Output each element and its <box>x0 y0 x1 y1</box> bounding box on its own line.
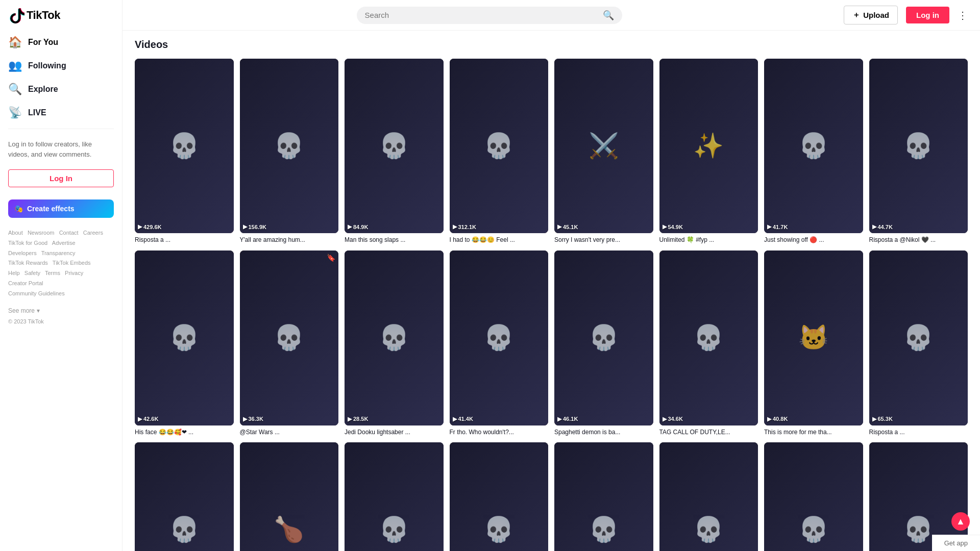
scroll-top-button[interactable]: ▲ <box>951 512 970 531</box>
search-bar[interactable]: 🔍 <box>357 7 622 24</box>
login-button[interactable]: Log In <box>8 169 114 187</box>
following-icon: 👥 <box>8 59 22 72</box>
view-count: ▶ 44.7K <box>872 223 893 230</box>
video-thumb-icon: 💀 <box>169 515 200 544</box>
copyright: © 2023 TikTok <box>0 316 122 327</box>
sidebar-item-live[interactable]: 📡 LIVE <box>0 101 122 124</box>
logo-text: TikTok <box>27 9 60 22</box>
video-card[interactable]: "Star Wars is amazing!"💀▶ 38.7KFor the E… <box>450 442 549 551</box>
view-count: ▶ 312.1K <box>453 223 476 230</box>
play-icon: ▶ <box>872 416 876 422</box>
divider <box>8 129 114 129</box>
video-card[interactable]: Vogliamo sentire sto bolognese 💕💀▶ 75.7K… <box>764 442 863 551</box>
video-caption: Just showing off 🔴 ... <box>764 236 863 244</box>
video-thumb-icon: 💀 <box>379 515 409 544</box>
video-card[interactable]: quando fai il tuo rivale?💀▶ 60.1KRispost… <box>135 442 234 551</box>
view-count: ▶ 42.6K <box>138 416 158 422</box>
video-caption: His face 😂😂🥰❤ ... <box>135 429 234 437</box>
video-card[interactable]: my coreChicken🍗▶ 72.8K#CapCut Loki and I… <box>240 442 339 551</box>
video-card[interactable]: 💀▶ 41.7KJust showing off 🔴 ... <box>764 59 863 244</box>
video-caption: Unlimited 🍀 #fyp ... <box>659 236 758 244</box>
video-card[interactable]: @Call of Duty if you don't make this man… <box>135 59 234 244</box>
video-card[interactable]: INQUISITOR GHOST💀▶ 34.6KTAG CALL OF DUTY… <box>659 251 758 436</box>
video-card[interactable]: Me when Call of Duty makes me a Ghost sk… <box>240 251 339 436</box>
video-caption: Fr tho. Who wouldn't?... <box>450 429 549 437</box>
upload-button[interactable]: ＋ Upload <box>844 6 898 24</box>
topbar-right: ＋ Upload Log in ⋮ <box>844 6 968 24</box>
video-thumb-icon: 💀 <box>589 515 619 544</box>
video-caption: I had to 😂😂😊 Feel ... <box>450 236 549 244</box>
video-thumb-icon: 💀 <box>693 515 724 544</box>
video-thumb-icon: 💀 <box>274 323 304 352</box>
search-input[interactable] <box>365 11 599 19</box>
video-card[interactable]: POV: this is your daily dose of goofy In… <box>345 59 444 244</box>
play-icon: ▶ <box>243 223 247 230</box>
sidebar: TikTok 🏠 For You 👥 Following 🔍 Explore 📡… <box>0 0 122 551</box>
view-count: ▶ 84.9K <box>348 223 368 230</box>
video-caption: TAG CALL OF DUTY,LE... <box>659 429 758 437</box>
video-thumb-icon: 💀 <box>903 515 934 544</box>
video-card[interactable]: 💀▶ 28.5KJedi Dooku lightsaber ... <box>345 251 444 436</box>
view-count: ▶ 36.3K <box>243 416 263 422</box>
video-card[interactable]: 💀▶ 312.1KI had to 😂😂😊 Feel ... <box>450 59 549 244</box>
video-caption: Y'all are amazing hum... <box>240 236 339 244</box>
video-caption: Man this song slaps ... <box>345 236 444 244</box>
play-icon: ▶ <box>243 416 247 422</box>
view-count: ▶ 156.9K <box>243 223 266 230</box>
sidebar-item-label: Explore <box>28 85 58 94</box>
video-thumb-icon: 💀 <box>169 132 200 160</box>
view-count: ▶ 45.1K <box>557 223 578 230</box>
play-icon: ▶ <box>557 223 561 230</box>
video-card[interactable]: 🐱▶ 40.8KThis is more for me tha... <box>764 251 863 436</box>
video-thumb-icon: 💀 <box>483 132 514 160</box>
video-caption: Jedi Dooku lightsaber ... <box>345 429 444 437</box>
sidebar-item-label: For You <box>28 38 58 47</box>
video-thumb-icon: 🐱 <box>798 323 829 352</box>
video-thumb-icon: 💀 <box>483 515 514 544</box>
view-count: ▶ 41.7K <box>767 223 788 230</box>
more-options-icon[interactable]: ⋮ <box>958 9 968 21</box>
view-count: ▶ 28.5K <box>348 416 368 422</box>
create-effects-button[interactable]: 🎭 Create effects <box>8 199 114 218</box>
video-card[interactable]: MA SEI ITALIANO? TI PREGO💀▶ 332.2KRispos… <box>554 442 653 551</box>
login-top-button[interactable]: Log in <box>906 7 949 23</box>
video-thumb-icon: 💀 <box>798 515 829 544</box>
video-card[interactable]: INQUISITOR GHOST 🔥 REVIEWS: ROTS Anakin'… <box>554 59 653 244</box>
video-card[interactable]: POV: you literally exist💀▶ 156.9KY'all a… <box>240 59 339 244</box>
sidebar-item-explore[interactable]: 🔍 Explore <box>0 78 122 101</box>
video-thumb-icon: 🍗 <box>274 515 304 544</box>
video-card[interactable]: Hey wanna eat some lasagnas and talk abo… <box>450 251 549 436</box>
play-icon: ▶ <box>348 416 352 422</box>
video-card[interactable]: 💀▶ 57.9KVibing with da spaghet... <box>345 442 444 551</box>
sidebar-item-for-you[interactable]: 🏠 For You <box>0 31 122 54</box>
see-more-button[interactable]: See more ▾ <box>0 305 122 316</box>
video-caption: Spaghetti demon is ba... <box>554 429 653 437</box>
view-count: ▶ 65.3K <box>872 416 893 422</box>
video-card[interactable]: POV: you broke in half spaghetti in fron… <box>554 251 653 436</box>
search-icon[interactable]: 🔍 <box>603 10 614 21</box>
video-card[interactable]: ✨▶ 54.9KUnlimited 🍀 #fyp ... <box>659 59 758 244</box>
video-thumb-icon: 💀 <box>589 323 619 352</box>
sidebar-item-following[interactable]: 👥 Following <box>0 54 122 78</box>
video-card[interactable]: POV: Loki finally agreed to join the Emp… <box>135 251 234 436</box>
video-thumb-icon: 💀 <box>903 323 934 352</box>
video-thumb-icon: ✨ <box>693 132 724 160</box>
play-icon: ▶ <box>138 416 142 422</box>
section-title: Videos <box>135 39 968 51</box>
view-count: ▶ 54.9K <box>663 223 683 230</box>
main-nav: 🏠 For You 👥 Following 🔍 Explore 📡 LIVE <box>0 31 122 124</box>
sidebar-footer: About Newsroom Contact Careers TikTok fo… <box>0 222 122 305</box>
play-icon: ▶ <box>453 416 457 422</box>
video-card[interactable]: È tutto così casuale💀▶ 65.3KRisposta a .… <box>869 251 968 436</box>
logo[interactable]: TikTok <box>0 0 122 31</box>
video-thumb-icon: 💀 <box>903 132 934 160</box>
video-thumb-icon: 💀 <box>379 323 409 352</box>
video-card[interactable]: day 13 of asking inquisitor to say 'Niko… <box>869 59 968 244</box>
video-card[interactable]: TI PREGO💀▶ 205KRisposta a ... <box>659 442 758 551</box>
play-icon: ▶ <box>767 416 771 422</box>
get-app-bar: Get app <box>932 535 980 551</box>
play-icon: ▶ <box>663 416 667 422</box>
play-icon: ▶ <box>348 223 352 230</box>
bookmark-icon: 🔖 <box>327 254 335 262</box>
play-icon: ▶ <box>453 223 457 230</box>
